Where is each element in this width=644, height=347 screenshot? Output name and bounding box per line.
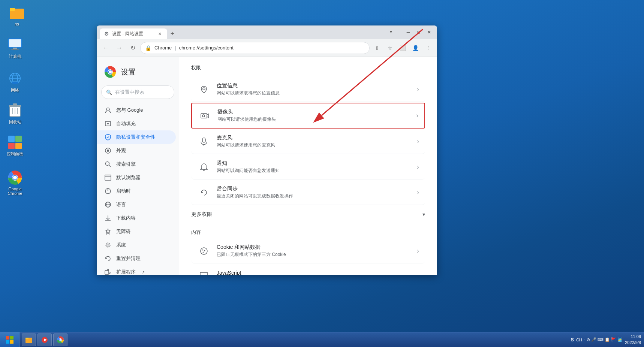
sidebar-item-language[interactable]: 语言 <box>97 198 176 211</box>
sidebar-item-reset[interactable]: 重置并清理 <box>97 252 176 265</box>
tab-close-button[interactable]: ✕ <box>157 31 163 37</box>
javascript-arrow: › <box>417 272 419 275</box>
svg-point-34 <box>107 123 109 124</box>
refresh-button[interactable]: ↻ <box>127 42 139 54</box>
svg-rect-50 <box>105 271 109 274</box>
sidebar-label-appearance: 外观 <box>116 147 126 154</box>
sidebar-label-reset: 重置并清理 <box>116 255 141 262</box>
background-sync-title: 后台同步 <box>217 185 417 192</box>
address-bar[interactable]: 🔒 Chrome | chrome://settings/content <box>140 42 370 54</box>
tab-list-button[interactable]: ▾ <box>390 29 392 34</box>
settings-content: 设置 🔍 在设置中搜索 您与 Google 自 <box>97 57 437 275</box>
desktop-icon-label-ns: ns <box>15 22 19 26</box>
taskbar-item-media[interactable] <box>37 334 52 346</box>
sidebar-item-browser[interactable]: 默认浏览器 <box>97 171 176 184</box>
menu-button[interactable]: ⋮ <box>422 42 434 54</box>
sidebar-icon-browser <box>104 174 112 181</box>
sidebar-icon-appearance <box>104 147 112 154</box>
sidebar-label-google: 您与 Google <box>116 107 143 114</box>
input-method-label: CH <box>576 338 582 342</box>
search-placeholder: 在设置中搜索 <box>115 89 144 96</box>
share-button[interactable]: ⇧ <box>371 42 383 54</box>
desktop-icon-ns[interactable]: ns <box>4 4 30 28</box>
svg-rect-57 <box>202 138 205 142</box>
svg-rect-6 <box>11 49 19 50</box>
camera-title: 摄像头 <box>217 109 416 115</box>
minimize-button[interactable]: ─ <box>403 28 413 36</box>
sidebar-item-system[interactable]: 系统 <box>97 238 176 252</box>
maximize-button[interactable]: □ <box>414 28 424 36</box>
svg-rect-70 <box>10 340 13 344</box>
svg-point-53 <box>203 88 205 90</box>
new-tab-button[interactable]: + <box>167 28 178 39</box>
permission-item-background-sync[interactable]: 后台同步 最近关闭的网站可以完成数据收发操作 › <box>191 180 425 205</box>
sidebar-icon-reset <box>104 255 112 262</box>
desktop: ns 计算机 网络 <box>0 0 644 347</box>
taskbar-clock: 11:09 2022/9/8 <box>625 334 641 346</box>
sidebar-item-startup[interactable]: 启动时 <box>97 184 176 198</box>
search-icon: 🔍 <box>106 90 112 95</box>
svg-rect-12 <box>12 82 18 84</box>
sidebar-item-search[interactable]: 搜索引擎 <box>97 157 176 171</box>
svg-rect-69 <box>6 340 9 344</box>
permission-item-notifications[interactable]: 通知 网站可以询问能否向您发送通知 › <box>191 155 425 179</box>
sidebar-icon-google <box>104 106 112 114</box>
tab-view-button[interactable]: ⬜ <box>397 42 409 54</box>
permission-item-microphone[interactable]: 麦克风 网站可以请求使用您的麦克风 › <box>191 129 425 154</box>
desktop-icon-control[interactable]: 控制面板 <box>2 133 28 158</box>
sidebar-item-privacy[interactable]: 隐私设置和安全性 <box>97 130 176 144</box>
sidebar-logo: 设置 <box>97 60 179 85</box>
taskbar-items <box>19 332 568 347</box>
bookmark-button[interactable]: ☆ <box>384 42 396 54</box>
sidebar-label-accessibility: 无障碍 <box>116 228 131 235</box>
sidebar-item-autofill[interactable]: 自动填充 <box>97 117 176 130</box>
expand-icon: ▾ <box>422 211 425 217</box>
microphone-arrow: › <box>417 138 419 145</box>
notifications-text: 通知 网站可以询问能否向您发送通知 <box>217 160 417 174</box>
sidebar-search[interactable]: 🔍 在设置中搜索 <box>101 85 174 99</box>
desktop-icon-trash[interactable]: 回收站 <box>2 101 28 126</box>
back-button[interactable]: ← <box>100 42 112 54</box>
computer-icon <box>7 37 22 52</box>
permission-item-cookies[interactable]: Cookie 和网站数据 已阻止无痕模式下的第三方 Cookie › <box>191 239 425 263</box>
system-tray: S CH · ⊙ 🎤 ⌨ 📋 🚩 🎽 11:09 2022/9/8 <box>568 334 644 346</box>
title-bar: ⚙ 设置 - 网站设置 ✕ + ─ □ ✕ ▾ <box>97 25 437 39</box>
more-permissions[interactable]: 更多权限 ▾ <box>191 206 425 223</box>
taskbar-item-filemanager[interactable] <box>22 334 36 346</box>
desktop-icon-computer[interactable]: 计算机 <box>2 36 28 61</box>
svg-line-38 <box>109 165 111 167</box>
svg-point-60 <box>202 249 204 250</box>
desktop-icon-network[interactable]: 网络 <box>2 69 28 94</box>
clock-date: 2022/9/8 <box>625 340 641 346</box>
close-button[interactable]: ✕ <box>424 28 434 36</box>
javascript-icon: </> <box>197 269 211 275</box>
location-arrow: › <box>417 85 419 93</box>
start-button[interactable] <box>0 332 19 347</box>
sidebar-label-language: 语言 <box>116 201 126 208</box>
sidebar-item-appearance[interactable]: 外观 <box>97 144 176 157</box>
sidebar-item-accessibility[interactable]: 无障碍 <box>97 225 176 238</box>
svg-rect-39 <box>105 175 111 180</box>
cookies-arrow: › <box>417 247 419 255</box>
lang-indicator: S <box>571 337 574 343</box>
active-tab[interactable]: ⚙ 设置 - 网站设置 ✕ <box>100 28 167 39</box>
profile-button[interactable]: 👤 <box>409 42 421 54</box>
extensions-external-icon: ↗ <box>142 270 145 274</box>
location-desc: 网站可以请求取得您的位置信息 <box>217 90 417 96</box>
permission-item-javascript[interactable]: </> JavaScript 网站可以使用 JavaScript › <box>191 264 425 275</box>
svg-point-36 <box>107 150 109 152</box>
permission-item-camera[interactable]: 摄像头 网站可以请求使用您的摄像头 › <box>191 103 425 129</box>
svg-point-49 <box>107 244 109 246</box>
sidebar-item-download[interactable]: 下载内容 <box>97 211 176 225</box>
sidebar-label-autofill: 自动填充 <box>116 120 136 127</box>
desktop-icon-chrome[interactable]: Google Chrome <box>2 169 28 197</box>
forward-button[interactable]: → <box>113 42 125 54</box>
svg-point-56 <box>202 115 205 117</box>
svg-rect-67 <box>6 336 9 340</box>
sidebar-item-google[interactable]: 您与 Google <box>97 103 176 117</box>
svg-rect-4 <box>9 39 21 47</box>
taskbar-item-chrome[interactable] <box>53 334 67 346</box>
background-sync-arrow: › <box>417 188 419 196</box>
permission-item-location[interactable]: 位置信息 网站可以请求取得您的位置信息 › <box>191 77 425 102</box>
sidebar-item-extensions[interactable]: 扩展程序 ↗ <box>97 265 176 275</box>
